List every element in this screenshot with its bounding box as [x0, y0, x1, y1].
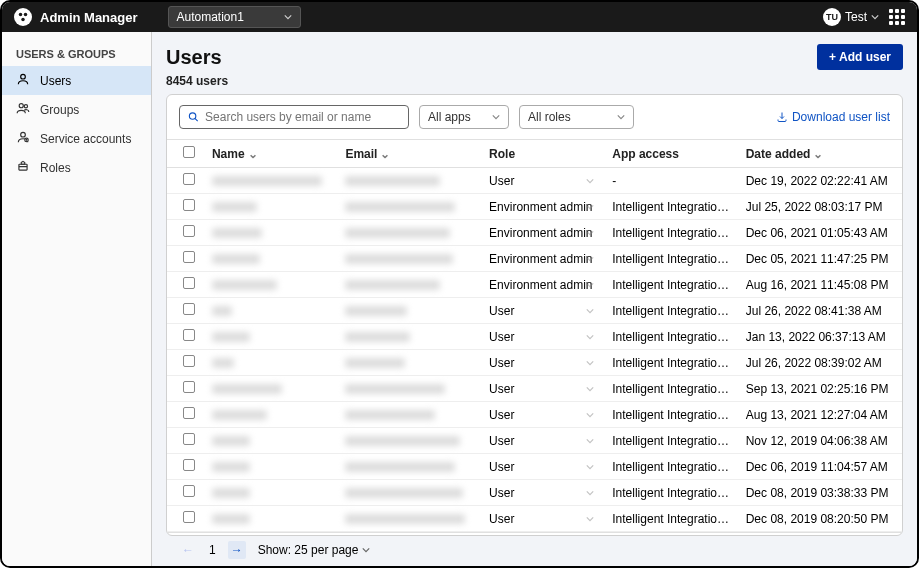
date-cell: Nov 12, 2019 04:06:38 AM [738, 428, 902, 454]
sort-icon: ⌄ [248, 147, 258, 161]
access-cell: Intelligent Integration Platfo... [604, 350, 737, 376]
role-cell[interactable]: User [481, 298, 604, 324]
download-link[interactable]: Download user list [776, 110, 890, 124]
row-checkbox[interactable] [183, 329, 195, 341]
sidebar-item-roles[interactable]: Roles [2, 153, 151, 182]
org-selector[interactable]: Automation1 [168, 6, 301, 28]
row-checkbox[interactable] [183, 251, 195, 263]
prev-page-button[interactable]: ← [179, 541, 197, 559]
role-cell[interactable]: User [481, 428, 604, 454]
col-access[interactable]: App access [604, 140, 737, 168]
table-row[interactable]: Environment adminIntelligent Integration… [167, 246, 902, 272]
table-row[interactable]: UserIntelligent Integration Platfo...Jul… [167, 298, 902, 324]
users-panel: All apps All roles Download user list Na… [166, 94, 903, 536]
per-page-selector[interactable]: Show: 25 per page [258, 543, 371, 557]
name-redacted [212, 514, 250, 524]
download-icon [776, 111, 788, 123]
access-cell: Intelligent Integration Platfo... [604, 480, 737, 506]
row-checkbox[interactable] [183, 433, 195, 445]
name-redacted [212, 280, 277, 290]
row-checkbox[interactable] [183, 303, 195, 315]
email-redacted [345, 410, 435, 420]
table-row[interactable]: UserIntelligent Integration Platfo...Aug… [167, 402, 902, 428]
sidebar-item-service-accounts[interactable]: Service accounts [2, 124, 151, 153]
date-cell: Dec 05, 2021 11:47:25 PM [738, 246, 902, 272]
sidebar-label: Groups [40, 103, 79, 117]
sort-icon: ⌄ [813, 147, 823, 161]
date-cell: Dec 06, 2021 01:05:43 AM [738, 220, 902, 246]
date-cell: Jul 26, 2022 08:41:38 AM [738, 298, 902, 324]
svg-point-2 [21, 18, 25, 22]
user-menu[interactable]: TU Test [823, 8, 879, 26]
table-row[interactable]: UserIntelligent Integration Platfo...Dec… [167, 506, 902, 532]
add-user-button[interactable]: + Add user [817, 44, 903, 70]
row-checkbox[interactable] [183, 277, 195, 289]
role-cell[interactable]: User [481, 402, 604, 428]
svg-point-6 [21, 132, 26, 137]
sidebar-item-users[interactable]: Users [2, 66, 151, 95]
role-cell[interactable]: Environment admin [481, 194, 604, 220]
chevron-down-icon [284, 13, 292, 21]
select-all-checkbox[interactable] [183, 146, 195, 158]
col-name[interactable]: Name⌄ [204, 140, 337, 168]
table-row[interactable]: UserIntelligent Integration Platfo...Jul… [167, 350, 902, 376]
table-row[interactable]: Environment adminIntelligent Integration… [167, 272, 902, 298]
filter-roles[interactable]: All roles [519, 105, 634, 129]
row-checkbox[interactable] [183, 459, 195, 471]
access-cell: Intelligent Integration Platfo... [604, 220, 737, 246]
role-cell[interactable]: Environment admin [481, 246, 604, 272]
row-checkbox[interactable] [183, 511, 195, 523]
table-row[interactable]: Environment adminIntelligent Integration… [167, 220, 902, 246]
chevron-down-icon [362, 546, 370, 554]
logo-icon [14, 8, 32, 26]
apps-grid-icon[interactable] [889, 9, 905, 25]
role-cell[interactable]: User [481, 506, 604, 532]
table-row[interactable]: Environment adminIntelligent Integration… [167, 194, 902, 220]
table-row[interactable]: UserIntelligent Integration Platfo...Dec… [167, 454, 902, 480]
row-checkbox[interactable] [183, 225, 195, 237]
sidebar-icon [16, 130, 30, 147]
search-box[interactable] [179, 105, 409, 129]
row-checkbox[interactable] [183, 381, 195, 393]
row-checkbox[interactable] [183, 199, 195, 211]
col-email[interactable]: Email⌄ [337, 140, 481, 168]
chevron-down-icon [586, 385, 594, 393]
name-redacted [212, 358, 234, 368]
sidebar-icon [16, 72, 30, 89]
role-cell[interactable]: User [481, 376, 604, 402]
col-date[interactable]: Date added⌄ [738, 140, 902, 168]
role-cell[interactable]: Environment admin [481, 220, 604, 246]
user-count: 8454 users [166, 74, 903, 88]
date-cell: Dec 08, 2019 08:20:50 PM [738, 506, 902, 532]
filter-apps[interactable]: All apps [419, 105, 509, 129]
role-cell[interactable]: User [481, 350, 604, 376]
role-cell[interactable]: User [481, 324, 604, 350]
row-checkbox[interactable] [183, 407, 195, 419]
role-cell[interactable]: User [481, 454, 604, 480]
role-cell[interactable]: User [481, 480, 604, 506]
sidebar-item-groups[interactable]: Groups [2, 95, 151, 124]
chevron-down-icon [586, 359, 594, 367]
app-name: Admin Manager [40, 10, 138, 25]
chevron-down-icon [586, 489, 594, 497]
table-row[interactable]: UserIntelligent Integration Platfo...Jan… [167, 324, 902, 350]
brand[interactable]: Admin Manager [14, 8, 138, 26]
search-input[interactable] [205, 110, 400, 124]
sidebar-icon [16, 101, 30, 118]
table-header-row: Name⌄ Email⌄ Role App access Date added⌄ [167, 140, 902, 168]
row-checkbox[interactable] [183, 173, 195, 185]
current-page: 1 [209, 543, 216, 557]
table-row[interactable]: User-Dec 19, 2022 02:22:41 AM [167, 168, 902, 194]
row-checkbox[interactable] [183, 485, 195, 497]
access-cell: Intelligent Integration Platfo... [604, 298, 737, 324]
table-row[interactable]: UserIntelligent Integration Platfo...Dec… [167, 480, 902, 506]
next-page-button[interactable]: → [228, 541, 246, 559]
table-row[interactable]: UserIntelligent Integration Platfo...Nov… [167, 428, 902, 454]
table-row[interactable]: UserIntelligent Integration Platfo...Sep… [167, 376, 902, 402]
col-role[interactable]: Role [481, 140, 604, 168]
role-cell[interactable]: Environment admin [481, 272, 604, 298]
date-cell: Aug 16, 2021 11:45:08 PM [738, 272, 902, 298]
chevron-down-icon [586, 177, 594, 185]
row-checkbox[interactable] [183, 355, 195, 367]
role-cell[interactable]: User [481, 168, 604, 194]
